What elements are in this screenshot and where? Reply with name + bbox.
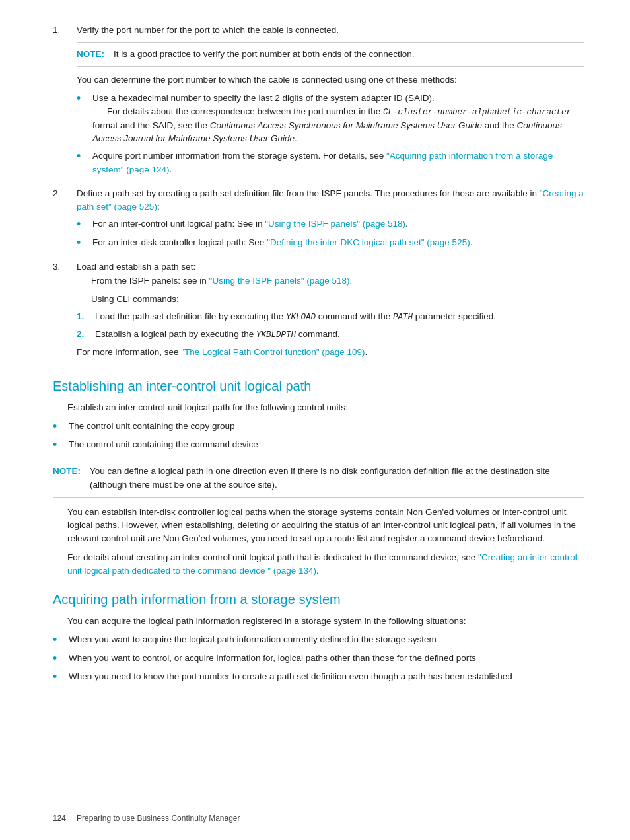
section1-intro: Establish an inter control-unit logical … [67, 401, 584, 414]
ispf-panels-link-1[interactable]: "Using the ISPF panels" (page 518) [265, 219, 405, 229]
ykbldpth-code: YKBLDPTH [256, 330, 296, 340]
path-code: PATH [393, 313, 413, 322]
step-1-text: Verify the port number for the port to w… [77, 25, 339, 35]
step-3: Load and establish a path set: From the … [53, 260, 584, 364]
step-2: Define a path set by creating a path set… [53, 187, 584, 254]
step-2-bullet-1: For an inter-control unit logical path: … [77, 217, 584, 232]
bullet1-mono: CL-cluster-number-alphabetic-character [383, 108, 571, 117]
step-1: Verify the port number for the port to w… [53, 24, 584, 180]
section1-heading: Establishing an inter-control unit logic… [53, 376, 584, 396]
section2-bullet-1: When you want to acquire the logical pat… [53, 633, 584, 648]
section2-bullet-2: When you want to control, or acquire inf… [53, 652, 584, 666]
bullet1-italic1: Continuous Access Synchronous for Mainfr… [210, 120, 482, 130]
section1-bullets: The control unit containing the copy gro… [53, 420, 584, 452]
footer: 124 Preparing to use Business Continuity… [53, 808, 584, 824]
step-3-more: For more information, see "The Logical P… [77, 346, 584, 359]
step-2-text: Define a path set by creating a path set… [77, 188, 584, 211]
bullet1-text: Use a hexadecimal number to specify the … [92, 93, 435, 103]
main-numbered-list: Verify the port number for the port to w… [53, 24, 584, 364]
note-label-1: NOTE: [77, 48, 108, 61]
page: Verify the port number for the port to w… [0, 0, 630, 840]
logical-path-control-link[interactable]: "The Logical Path Control function" (pag… [181, 347, 365, 357]
note-box-1: NOTE: It is a good practice to verify th… [77, 42, 584, 66]
step-3-label: Load and establish a path set: [77, 262, 195, 272]
footer-title: Preparing to use Business Continuity Man… [77, 812, 240, 824]
note-box-2: NOTE: You can define a logical path in o… [53, 459, 584, 498]
step-3-sub-list: Load the path set definition file by exe… [77, 310, 584, 342]
section1-para2: For details about creating an inter-cont… [67, 551, 584, 578]
section1-bullet-2: The control unit containing the command … [53, 438, 584, 453]
step-1-bullet-2: Acquire port number information from the… [77, 149, 584, 176]
section1-para1: You can establish inter-disk controller … [67, 506, 584, 546]
step-2-bullet-2: For an inter-disk controller logical pat… [77, 236, 584, 250]
step-1-bullets: Use a hexadecimal number to specify the … [77, 92, 584, 176]
determine-text: You can determine the port number to whi… [77, 73, 584, 87]
section2-bullet-3: When you need to know the port number to… [53, 670, 584, 685]
section2-bullets: When you want to acquire the logical pat… [53, 633, 584, 684]
bullet1-detail: For details about the correspondence bet… [92, 106, 571, 143]
step-3-cli-label: Using CLI commands: [91, 293, 584, 306]
note-text-1: It is a good practice to verify the port… [114, 48, 415, 61]
ykload-code: YKLOAD [286, 313, 316, 322]
step-3-ispf: From the ISPF panels: see in "Using the … [91, 274, 584, 287]
note-label-2: NOTE: [53, 465, 85, 478]
step-2-bullets: For an inter-control unit logical path: … [77, 217, 584, 250]
section1-bullet-1: The control unit containing the copy gro… [53, 420, 584, 434]
footer-page-number: 124 [53, 812, 66, 824]
note-text-2: You can define a logical path in one dir… [90, 465, 584, 492]
inter-dkc-link[interactable]: "Defining the inter-DKC logical path set… [267, 237, 470, 247]
step-1-bullet-1: Use a hexadecimal number to specify the … [77, 92, 584, 146]
step-3-sub-2: Establish a logical path by executing th… [77, 328, 584, 342]
step-3-sub-1: Load the path set definition file by exe… [77, 310, 584, 324]
ispf-panels-link-2[interactable]: "Using the ISPF panels" (page 518) [209, 276, 350, 286]
section2-intro: You can acquire the logical path informa… [67, 615, 584, 628]
section2-heading: Acquiring path information from a storag… [53, 590, 584, 609]
